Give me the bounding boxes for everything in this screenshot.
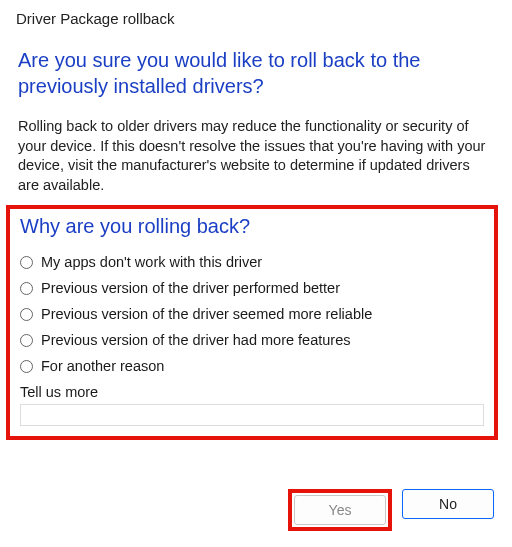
reason-label: Previous version of the driver performed… [41, 280, 340, 296]
reason-radio[interactable] [20, 308, 33, 321]
no-button[interactable]: No [402, 489, 494, 519]
warning-text: Rolling back to older drivers may reduce… [18, 117, 494, 195]
reason-label: Previous version of the driver seemed mo… [41, 306, 372, 322]
reason-section-highlight: Why are you rolling back? My apps don't … [6, 205, 498, 440]
yes-button[interactable]: Yes [294, 495, 386, 525]
window-title: Driver Package rollback [16, 10, 494, 27]
dialog-button-row: Yes No [288, 489, 494, 531]
reason-label: For another reason [41, 358, 164, 374]
reason-radio[interactable] [20, 256, 33, 269]
tell-more-label: Tell us more [20, 384, 484, 400]
reason-heading: Why are you rolling back? [20, 215, 484, 238]
reason-radio[interactable] [20, 360, 33, 373]
confirmation-heading: Are you sure you would like to roll back… [18, 47, 494, 99]
yes-button-highlight: Yes [288, 489, 392, 531]
reason-option[interactable]: Previous version of the driver performed… [20, 280, 484, 296]
reason-option[interactable]: Previous version of the driver had more … [20, 332, 484, 348]
reason-option[interactable]: Previous version of the driver seemed mo… [20, 306, 484, 322]
reason-option[interactable]: My apps don't work with this driver [20, 254, 484, 270]
reason-option[interactable]: For another reason [20, 358, 484, 374]
reason-list: My apps don't work with this driver Prev… [20, 254, 484, 374]
reason-radio[interactable] [20, 282, 33, 295]
reason-label: Previous version of the driver had more … [41, 332, 350, 348]
tell-more-input[interactable] [20, 404, 484, 426]
reason-label: My apps don't work with this driver [41, 254, 262, 270]
reason-radio[interactable] [20, 334, 33, 347]
